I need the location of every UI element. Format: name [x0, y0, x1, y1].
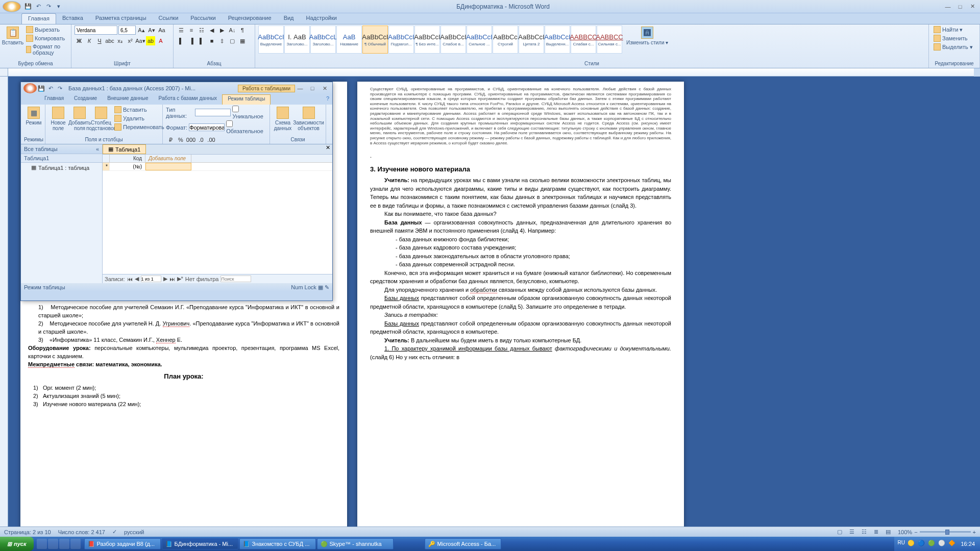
zoom-value[interactable]: 100%	[898, 529, 912, 535]
row-selector[interactable]: *	[103, 163, 110, 170]
style-gallery[interactable]: AaBbCcIВыделениеI. АаВЗаголово...AaBbCcL…	[258, 26, 622, 54]
tab-review[interactable]: Рецензирование	[222, 13, 278, 24]
task-4[interactable]: 🟢Skype™ - shannutka	[317, 538, 394, 549]
row-selector-header[interactable]	[103, 155, 110, 162]
currency-icon[interactable]: ₽	[166, 135, 175, 144]
redo-icon[interactable]: ↷	[44, 2, 53, 11]
access-lookup-button[interactable]: Столбец подстановок	[91, 106, 111, 132]
horizontal-ruler[interactable]	[0, 68, 974, 77]
font-name-input[interactable]	[75, 26, 117, 35]
view-read-icon[interactable]: ☰	[849, 529, 854, 535]
tray-icon-5[interactable]: 🔶	[948, 540, 957, 548]
view-print-icon[interactable]: ▢	[837, 529, 842, 535]
access-office-button[interactable]	[23, 83, 37, 93]
access-dependencies-button[interactable]: Зависимости объектов	[295, 106, 323, 132]
highlight-icon[interactable]: ab	[146, 36, 155, 45]
spellcheck-icon[interactable]: ✓	[112, 529, 117, 535]
document-text-right[interactable]: Существуют СУБД, ориентированные на прог…	[357, 82, 684, 532]
first-record-icon[interactable]: ⏮	[127, 276, 133, 282]
indent-dec-icon[interactable]: ◀	[207, 26, 216, 35]
close-icon[interactable]: ✕	[967, 3, 977, 10]
style-item[interactable]: AaBbCcIСлабое в...	[440, 26, 466, 54]
tab-view[interactable]: Вид	[278, 13, 300, 24]
word-count[interactable]: Число слов: 2 417	[58, 529, 105, 535]
style-item[interactable]: AABBCCСильная с...	[597, 26, 622, 54]
underline-icon[interactable]: Ч	[95, 36, 104, 45]
style-item[interactable]: AaBbCcIСильное ...	[467, 26, 492, 54]
access-required-check[interactable]: Обязательное	[226, 120, 266, 134]
subscript-icon[interactable]: x₂	[115, 36, 125, 45]
copy-button[interactable]: Копировать	[24, 34, 68, 42]
record-pos-input[interactable]	[141, 276, 161, 282]
align-left-icon[interactable]: ▌	[177, 36, 186, 45]
qat-more-icon[interactable]: ▾	[54, 2, 63, 11]
superscript-icon[interactable]: x²	[126, 36, 135, 45]
show-marks-icon[interactable]: ¶	[238, 26, 247, 35]
task-3[interactable]: 📘Знакомство с СУБД ...	[239, 538, 316, 549]
clear-format-icon[interactable]: Aa	[157, 26, 166, 35]
tray-icon-4[interactable]: ⚪	[938, 540, 946, 548]
column-header-add[interactable]: Добавить поле	[145, 155, 191, 162]
maximize-icon[interactable]: □	[955, 3, 965, 10]
borders-icon[interactable]: ▦	[238, 36, 247, 45]
style-item[interactable]: I. АаВЗаголово...	[284, 26, 310, 54]
page-indicator[interactable]: Страница: 2 из 10	[4, 529, 51, 535]
italic-icon[interactable]: К	[85, 36, 94, 45]
access-delete-button[interactable]: Удалить	[113, 114, 166, 122]
find-button[interactable]: Найти ▾	[932, 26, 974, 34]
access-new-field-button[interactable]: Новое поле	[48, 106, 68, 132]
access-minimize-icon[interactable]: —	[295, 85, 305, 92]
access-view-design-icon[interactable]: ✎	[325, 284, 329, 290]
tray-icon-2[interactable]: 🔵	[918, 540, 926, 548]
comma-icon[interactable]: 000	[186, 135, 195, 144]
office-button[interactable]	[3, 1, 21, 12]
zoom-out-icon[interactable]: −	[914, 529, 917, 535]
bullets-icon[interactable]: ☰	[177, 26, 186, 35]
tab-references[interactable]: Ссылки	[153, 13, 185, 24]
access-nav-group[interactable]: Таблица1	[21, 154, 102, 163]
view-web-icon[interactable]: ☷	[862, 529, 867, 535]
style-item[interactable]: AaBbCcIЦитата 2	[519, 26, 544, 54]
view-draft-icon[interactable]: ▤	[886, 529, 891, 535]
style-item[interactable]: AaBbCcLЗаголово...	[310, 26, 336, 54]
zoom-in-icon[interactable]: +	[973, 529, 976, 535]
line-spacing-icon[interactable]: ‡	[217, 36, 227, 45]
access-help-icon[interactable]: ?	[323, 94, 332, 105]
task-1[interactable]: 📕Разбор задачи В8 (д...	[84, 538, 161, 549]
access-tab-datasheet[interactable]: Режим таблицы	[222, 94, 271, 105]
task-2[interactable]: 📘БДинформатика - Mi...	[162, 538, 238, 549]
new-record-icon[interactable]: ▶*	[177, 276, 183, 282]
ql-firefox-icon[interactable]	[59, 539, 69, 549]
style-item[interactable]: АаВНазвание	[336, 26, 362, 54]
percent-icon[interactable]: %	[176, 135, 185, 144]
access-view-datasheet-icon[interactable]: ▦	[318, 284, 323, 290]
undo-icon[interactable]: ↶	[34, 2, 43, 11]
numbering-icon[interactable]: ≡	[187, 26, 196, 35]
tab-mailings[interactable]: Рассылки	[184, 13, 222, 24]
access-datasheet-tab[interactable]: ▦Таблица1	[103, 144, 146, 154]
access-format-input[interactable]	[189, 123, 225, 131]
style-item[interactable]: AaBbCcСтрогий	[493, 26, 518, 54]
select-button[interactable]: Выделить ▾	[932, 43, 974, 51]
multilevel-icon[interactable]: ☷	[197, 26, 206, 35]
access-redo-icon[interactable]: ↷	[55, 84, 64, 93]
shrink-font-icon[interactable]: A▾	[147, 26, 156, 35]
column-header-id[interactable]: Код	[110, 155, 145, 162]
font-color-icon[interactable]: A	[156, 36, 165, 45]
case-icon[interactable]: Aa▾	[136, 36, 145, 45]
align-center-icon[interactable]: ▐	[187, 36, 196, 45]
prev-record-icon[interactable]: ◀	[135, 276, 139, 282]
ql-app-icon[interactable]	[70, 539, 81, 549]
close-tab-icon[interactable]: ✕	[324, 144, 332, 154]
view-outline-icon[interactable]: ≣	[874, 529, 878, 535]
ql-desktop-icon[interactable]	[37, 539, 47, 549]
access-tab-create[interactable]: Создание	[69, 94, 102, 105]
tray-clock[interactable]: 16:24	[959, 541, 977, 547]
style-item[interactable]: AaBbCcI¶ Обычный	[362, 26, 388, 54]
next-record-icon[interactable]: ▶	[163, 276, 167, 282]
access-nav-header[interactable]: Все таблицы	[24, 146, 58, 152]
change-styles-button[interactable]: 🅰Изменить стили ▾	[624, 26, 670, 46]
language-indicator[interactable]: русский	[124, 529, 144, 535]
tab-addins[interactable]: Надстройки	[300, 13, 343, 24]
start-button[interactable]: ⊞пуск	[0, 537, 34, 551]
